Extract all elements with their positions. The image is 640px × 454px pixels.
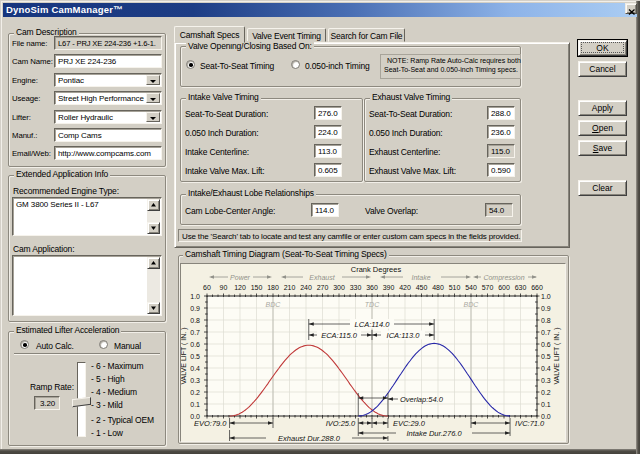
svg-text:0.3: 0.3	[190, 377, 200, 384]
svg-text:120: 120	[234, 284, 246, 291]
svg-text:1.0: 1.0	[190, 293, 200, 300]
svg-text:BDC: BDC	[266, 301, 282, 308]
svg-text:Power: Power	[230, 274, 251, 281]
svg-text:270: 270	[317, 284, 329, 291]
svg-text:150: 150	[251, 284, 263, 291]
svg-text:VALVE LIFT ( IN. ): VALVE LIFT ( IN. )	[553, 327, 561, 384]
svg-text:0.5: 0.5	[541, 353, 551, 360]
svg-text:0.9: 0.9	[190, 305, 200, 312]
svg-text:Compression: Compression	[483, 274, 524, 282]
svg-text:0.4: 0.4	[541, 365, 551, 372]
svg-text:600: 600	[498, 284, 510, 291]
svg-text:BDC: BDC	[464, 301, 480, 308]
svg-text:TDC: TDC	[365, 301, 380, 308]
svg-text:660: 660	[531, 284, 543, 291]
svg-text:0.8: 0.8	[190, 317, 200, 324]
svg-text:0.8: 0.8	[541, 317, 551, 324]
svg-text:210: 210	[284, 284, 296, 291]
svg-text:390: 390	[383, 284, 395, 291]
svg-text:0.1: 0.1	[541, 401, 551, 408]
svg-text:0.1: 0.1	[190, 401, 200, 408]
svg-text:EVC:29.0: EVC:29.0	[393, 419, 426, 428]
svg-text:ICA:113.0: ICA:113.0	[387, 331, 421, 340]
svg-text:1.0: 1.0	[541, 293, 551, 300]
svg-text:0.2: 0.2	[541, 389, 551, 396]
svg-text:360: 360	[366, 284, 378, 291]
svg-text:IVO:25.0: IVO:25.0	[326, 419, 356, 428]
svg-text:540: 540	[465, 284, 477, 291]
svg-text:Intake Dur.276.0: Intake Dur.276.0	[406, 429, 462, 438]
svg-text:ECA:115.0: ECA:115.0	[321, 331, 358, 340]
svg-text:Overlap:54.0: Overlap:54.0	[400, 395, 444, 404]
svg-text:240: 240	[300, 284, 312, 291]
svg-text:0.6: 0.6	[541, 341, 551, 348]
svg-text:300: 300	[333, 284, 345, 291]
svg-text:180: 180	[267, 284, 279, 291]
svg-text:Exhaust Dur.288.0: Exhaust Dur.288.0	[278, 434, 341, 441]
svg-text:480: 480	[432, 284, 444, 291]
svg-text:510: 510	[449, 284, 461, 291]
svg-text:0.5: 0.5	[190, 353, 200, 360]
svg-text:Crank Degrees: Crank Degrees	[351, 265, 402, 274]
svg-text:0.6: 0.6	[190, 341, 200, 348]
svg-text:630: 630	[515, 284, 527, 291]
svg-text:Exhaust: Exhaust	[309, 274, 335, 281]
svg-text:420: 420	[399, 284, 411, 291]
svg-text:330: 330	[350, 284, 362, 291]
svg-text:LCA:114.0: LCA:114.0	[355, 320, 391, 329]
svg-text:0.9: 0.9	[541, 305, 551, 312]
svg-text:0.4: 0.4	[190, 365, 200, 372]
svg-text:IVC:71.0: IVC:71.0	[515, 419, 545, 428]
svg-text:570: 570	[482, 284, 494, 291]
svg-text:VALVE LIFT ( IN. ): VALVE LIFT ( IN. )	[181, 327, 188, 384]
svg-text:0.2: 0.2	[190, 389, 200, 396]
svg-text:EVO:79.0: EVO:79.0	[194, 419, 227, 428]
svg-text:60: 60	[203, 284, 211, 291]
svg-text:0.7: 0.7	[190, 329, 200, 336]
svg-text:Intake: Intake	[411, 274, 430, 281]
svg-text:0.3: 0.3	[541, 377, 551, 384]
svg-text:0.7: 0.7	[541, 329, 551, 336]
svg-text:450: 450	[416, 284, 428, 291]
svg-text:90: 90	[220, 284, 228, 291]
